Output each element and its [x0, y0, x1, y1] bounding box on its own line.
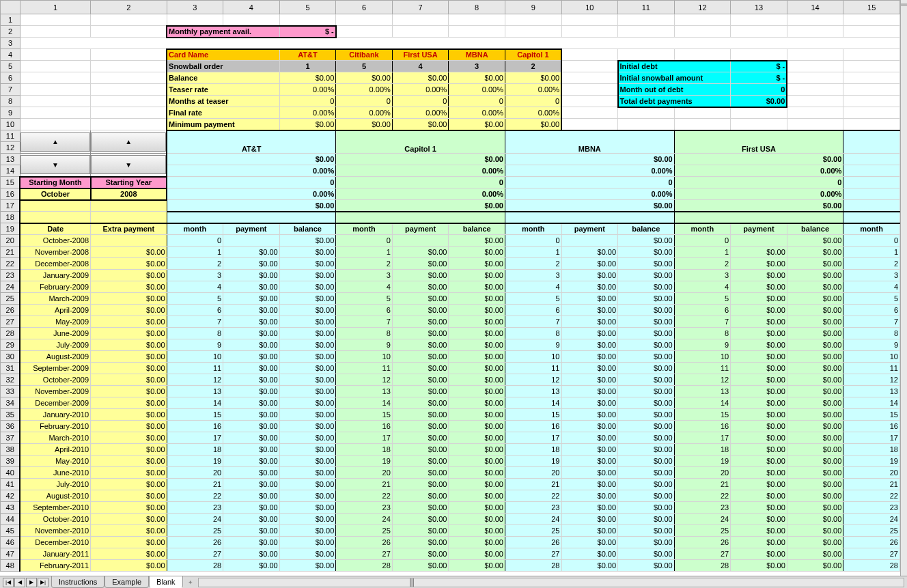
balance-cell[interactable]: $0.00 — [618, 351, 675, 363]
row-header[interactable]: 48 — [1, 560, 20, 572]
month-cell[interactable]: 9 — [674, 339, 731, 351]
payment-cell[interactable]: $0.00 — [731, 514, 787, 525]
col-header[interactable]: 15 — [843, 1, 900, 14]
extra-payment-cell[interactable]: $0.00 — [91, 397, 167, 409]
balance-cell[interactable]: $0.00 — [449, 270, 505, 281]
row-header[interactable]: 17 — [1, 200, 20, 212]
balance-cell[interactable]: $0.00 — [618, 328, 675, 339]
row-header[interactable]: 26 — [1, 305, 20, 316]
card-name[interactable]: MBNA — [449, 49, 505, 61]
payment-cell[interactable]: $0.00 — [392, 374, 449, 386]
balance-cell[interactable]: $0.00 — [279, 560, 336, 572]
balance-cell[interactable]: $0.00 — [787, 339, 843, 351]
snowball-order[interactable]: 5 — [336, 61, 393, 72]
month-cell[interactable]: 8 — [167, 328, 223, 339]
payment-cell[interactable]: $0.00 — [392, 328, 449, 339]
date-cell[interactable]: December-2010 — [20, 537, 90, 548]
payment-cell[interactable]: $0.00 — [561, 374, 618, 386]
tab-nav-prev-button[interactable]: ◀ — [14, 578, 25, 587]
cell[interactable] — [731, 14, 787, 26]
balance-cell[interactable]: $0.00 — [787, 467, 843, 479]
card-block-rate2[interactable]: 0.00% — [674, 188, 843, 200]
balance-cell[interactable]: $0.00 — [279, 258, 336, 270]
payment-cell[interactable]: $0.00 — [731, 281, 787, 293]
month-cell[interactable]: 2 — [167, 258, 223, 270]
month-cell[interactable]: 17 — [167, 432, 223, 444]
payment-cell[interactable]: $0.00 — [223, 374, 280, 386]
cell[interactable] — [787, 107, 843, 119]
row-header[interactable]: 24 — [1, 281, 20, 293]
extra-payment-cell[interactable]: $0.00 — [91, 258, 167, 270]
date-cell[interactable]: April-2009 — [20, 305, 90, 316]
month-cell[interactable]: 6 — [843, 305, 900, 316]
months-teaser-value[interactable]: 0 — [449, 96, 505, 107]
card-block-months[interactable]: 0 — [674, 177, 843, 188]
cell[interactable] — [91, 72, 167, 84]
year-spinner-down[interactable]: ▼ — [91, 154, 167, 177]
cell[interactable] — [561, 84, 618, 96]
payment-cell[interactable]: $0.00 — [392, 409, 449, 421]
month-cell[interactable]: 6 — [336, 305, 393, 316]
month-cell[interactable]: 13 — [336, 386, 393, 397]
month-cell[interactable]: 11 — [505, 363, 561, 374]
balance-cell[interactable]: $0.00 — [279, 467, 336, 479]
card-name-label[interactable]: Card Name — [167, 49, 279, 61]
balance-value[interactable]: $0.00 — [449, 72, 505, 84]
extra-payment-cell[interactable]: $0.00 — [91, 316, 167, 328]
row-header[interactable]: 31 — [1, 363, 20, 374]
col-header[interactable]: 4 — [223, 1, 280, 14]
month-cell[interactable]: 17 — [674, 432, 731, 444]
extra-payment-cell[interactable]: $0.00 — [91, 305, 167, 316]
snowball-order[interactable]: 2 — [505, 61, 561, 72]
extra-payment-cell[interactable]: $0.00 — [91, 281, 167, 293]
month-cell[interactable]: 3 — [843, 270, 900, 281]
card-block-header[interactable]: First USA — [674, 130, 843, 154]
payment-cell[interactable]: $0.00 — [392, 247, 449, 258]
payment-cell[interactable]: $0.00 — [392, 270, 449, 281]
month-cell[interactable]: 3 — [167, 270, 223, 281]
cell[interactable] — [20, 84, 90, 96]
scrollbar-thumb[interactable] — [410, 578, 414, 587]
balance-cell[interactable]: $0.00 — [279, 339, 336, 351]
payment-cell[interactable]: $0.00 — [731, 421, 787, 432]
balance-cell[interactable]: $0.00 — [618, 386, 675, 397]
cell[interactable] — [20, 107, 90, 119]
min-pay-value[interactable]: $0.00 — [392, 119, 449, 130]
balance-cell[interactable]: $0.00 — [279, 514, 336, 525]
cell[interactable] — [561, 14, 618, 26]
balance-cell[interactable]: $0.00 — [449, 560, 505, 572]
payment-cell[interactable]: $0.00 — [731, 548, 787, 560]
date-cell[interactable]: February-2011 — [20, 560, 90, 572]
balance-cell[interactable]: $0.00 — [449, 409, 505, 421]
payment-cell[interactable]: $0.00 — [392, 444, 449, 456]
date-cell[interactable]: March-2009 — [20, 293, 90, 305]
month-cell[interactable]: 28 — [674, 560, 731, 572]
min-pay-value[interactable]: $0.00 — [336, 119, 393, 130]
cell[interactable] — [843, 212, 900, 223]
tab-nav-next-button[interactable]: ▶ — [26, 578, 37, 587]
cell[interactable] — [336, 212, 505, 223]
balance-cell[interactable]: $0.00 — [449, 351, 505, 363]
cell[interactable] — [91, 61, 167, 72]
month-cell[interactable]: 10 — [674, 351, 731, 363]
payment-cell[interactable]: $0.00 — [392, 316, 449, 328]
months-teaser-value[interactable]: 0 — [505, 96, 561, 107]
balance-cell[interactable]: $0.00 — [279, 490, 336, 502]
summary-total-label[interactable]: Total debt payments — [618, 96, 731, 107]
balance-cell[interactable]: $0.00 — [618, 479, 675, 490]
extra-payment-cell[interactable]: $0.00 — [91, 339, 167, 351]
payment-cell[interactable]: $0.00 — [561, 467, 618, 479]
month-header[interactable]: month — [843, 223, 900, 235]
payment-cell[interactable]: $0.00 — [392, 363, 449, 374]
row-header[interactable]: 1 — [1, 14, 20, 26]
payment-cell[interactable]: $0.00 — [223, 328, 280, 339]
month-cell[interactable]: 19 — [167, 456, 223, 467]
balance-cell[interactable]: $0.00 — [618, 235, 675, 247]
balance-cell[interactable]: $0.00 — [449, 467, 505, 479]
tab-nav-last-button[interactable]: ▶| — [38, 578, 48, 587]
date-cell[interactable]: August-2010 — [20, 490, 90, 502]
month-cell[interactable]: 25 — [505, 525, 561, 537]
month-cell[interactable]: 25 — [674, 525, 731, 537]
date-cell[interactable]: November-2008 — [20, 247, 90, 258]
date-cell[interactable]: January-2010 — [20, 409, 90, 421]
